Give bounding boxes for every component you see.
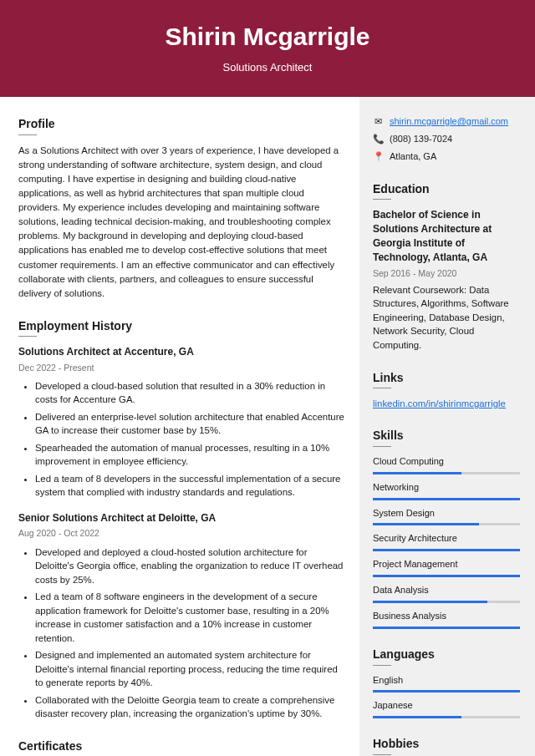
main-column: Profile As a Solutions Architect with ov…: [0, 97, 359, 756]
language-item: English: [373, 674, 520, 693]
skill-bar: [373, 601, 520, 603]
links-heading: Links: [373, 369, 520, 386]
skills-section: Skills Cloud ComputingNetworkingSystem D…: [373, 427, 520, 629]
skill-item: Security Architecture: [373, 532, 520, 551]
rule: [18, 134, 37, 135]
skill-item: Data Analysis: [373, 584, 520, 603]
rule: [373, 388, 391, 388]
rule: [373, 665, 391, 666]
linkedin-link[interactable]: linkedin.com/in/shirinmcgarrigle: [373, 398, 506, 408]
job-bullet: Led a team of 8 software engineers in th…: [35, 590, 344, 645]
rule: [18, 336, 37, 337]
skill-item: Project Management: [373, 558, 520, 577]
skill-bar-fill: [373, 549, 520, 551]
job-dates: Aug 2020 - Oct 2022: [18, 527, 344, 540]
contact-email[interactable]: shirin.mcgarrigle@gmail.com: [390, 115, 508, 129]
skill-bar-fill: [373, 716, 461, 718]
hobbies-section: Hobbies Woodworking: [373, 735, 520, 756]
job-title: Solutions Architect at Accenture, GA: [18, 345, 344, 359]
person-title: Solutions Architect: [0, 60, 535, 76]
employment-heading: Employment History: [18, 317, 344, 334]
skill-item-name: Business Analysis: [373, 610, 520, 623]
hobbies-heading: Hobbies: [373, 735, 520, 752]
email-icon: ✉: [373, 115, 383, 129]
education-desc: Relevant Coursework: Data Structures, Al…: [373, 283, 520, 353]
language-item-name: English: [373, 674, 520, 688]
job-bullet: Delivered an enterprise-level solution a…: [35, 410, 344, 438]
job-bullet: Developed a cloud-based solution that re…: [35, 379, 344, 407]
contact-location: Atlanta, GA: [390, 150, 436, 164]
job-dates: Dec 2022 - Present: [18, 362, 344, 374]
contact-section: ✉ shirin.mcgarrigle@gmail.com 📞 (808) 13…: [373, 115, 520, 164]
skill-item: Cloud Computing: [373, 455, 520, 474]
skill-item: System Design: [373, 507, 520, 526]
skill-bar: [373, 498, 520, 500]
skill-item-name: Data Analysis: [373, 584, 520, 597]
job-bullet: Developed and deployed a cloud-hosted so…: [35, 545, 344, 587]
skill-item-name: Networking: [373, 481, 520, 495]
job: Solutions Architect at Accenture, GADec …: [18, 345, 344, 500]
skill-item-name: Security Architecture: [373, 532, 520, 545]
languages-section: Languages EnglishJapanese: [373, 646, 520, 718]
sidebar: ✉ shirin.mcgarrigle@gmail.com 📞 (808) 13…: [359, 97, 535, 756]
education-heading: Education: [373, 180, 520, 197]
skill-item: Business Analysis: [373, 610, 520, 629]
certificates-section: Certificates AWS Certified Solutions Arc…: [18, 738, 344, 756]
header: Shirin Mcgarrigle Solutions Architect: [0, 0, 535, 97]
skill-bar: [373, 549, 520, 551]
certificates-heading: Certificates: [18, 738, 344, 754]
education-dates: Sep 2016 - May 2020: [373, 267, 520, 280]
job-bullet: Spearheaded the automation of manual pro…: [35, 441, 344, 469]
rule: [373, 446, 391, 447]
skill-bar-fill: [373, 575, 520, 577]
skill-bar: [373, 690, 520, 693]
skill-bar: [373, 472, 520, 474]
education-section: Education Bachelor of Science in Solutio…: [373, 180, 520, 352]
profile-section: Profile As a Solutions Architect with ov…: [18, 115, 344, 301]
phone-icon: 📞: [373, 133, 383, 146]
job-bullets: Developed and deployed a cloud-hosted so…: [18, 545, 344, 721]
contact-phone: (808) 139-7024: [390, 133, 452, 146]
profile-text: As a Solutions Architect with over 3 yea…: [18, 144, 344, 301]
job-bullets: Developed a cloud-based solution that re…: [18, 379, 344, 500]
skill-bar-fill: [373, 472, 461, 474]
languages-heading: Languages: [373, 646, 520, 662]
language-item-name: Japanese: [373, 699, 520, 713]
skill-item: Networking: [373, 481, 520, 500]
skills-heading: Skills: [373, 427, 520, 444]
job-bullet: Collaborated with the Deloitte Georgia t…: [35, 693, 344, 721]
skill-item-name: Project Management: [373, 558, 520, 571]
skill-bar: [373, 575, 520, 577]
skill-bar: [373, 716, 520, 718]
skill-bar-fill: [373, 627, 520, 629]
job-bullet: Led a team of 8 developers in the succes…: [35, 472, 344, 500]
employment-section: Employment History Solutions Architect a…: [18, 317, 344, 721]
skill-bar: [373, 523, 520, 525]
links-section: Links linkedin.com/in/shirinmcgarrigle: [373, 369, 520, 411]
job: Senior Solutions Architect at Deloitte, …: [18, 511, 344, 721]
education-title: Bachelor of Science in Solutions Archite…: [373, 208, 520, 264]
skill-item-name: System Design: [373, 507, 520, 520]
job-title: Senior Solutions Architect at Deloitte, …: [18, 511, 344, 525]
profile-heading: Profile: [18, 115, 344, 132]
skill-bar-fill: [373, 498, 520, 500]
rule: [373, 199, 391, 200]
rule: [373, 754, 391, 755]
skill-bar-fill: [373, 523, 479, 525]
person-name: Shirin Mcgarrigle: [0, 18, 535, 55]
language-item: Japanese: [373, 699, 520, 718]
skill-bar-fill: [373, 601, 487, 603]
skill-item-name: Cloud Computing: [373, 455, 520, 469]
location-icon: 📍: [373, 150, 383, 164]
job-bullet: Designed and implemented an automated sy…: [35, 648, 344, 690]
skill-bar-fill: [373, 690, 520, 693]
skill-bar: [373, 627, 520, 629]
